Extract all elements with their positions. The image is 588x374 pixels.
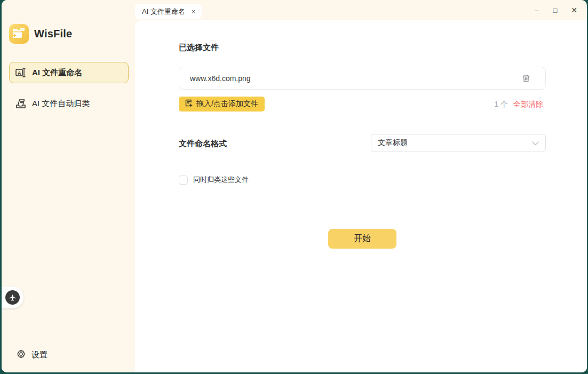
sidebar-item-label: AI 文件自动归类 xyxy=(32,99,90,109)
selected-files-label: 已选择文件 xyxy=(179,43,219,53)
file-plus-icon xyxy=(185,99,193,109)
tab-label: AI 文件重命名 xyxy=(142,7,185,17)
app-window: AI 文件重命名 × – □ ✕ WisFile xyxy=(2,0,587,372)
sidebar-item-ai-rename[interactable]: A AI 文件重命名 xyxy=(9,62,129,83)
tab-close-icon[interactable]: × xyxy=(192,9,195,15)
clear-all-button[interactable]: 全部清除 xyxy=(513,100,543,109)
classify-checkbox-label: 同时归类这些文件 xyxy=(193,175,249,185)
settings-button[interactable]: 设置 xyxy=(16,349,47,361)
window-controls: – □ ✕ xyxy=(535,0,577,20)
rename-icon: A xyxy=(15,67,27,78)
airplane-icon[interactable] xyxy=(5,290,20,305)
sidebar-item-label: AI 文件重命名 xyxy=(32,68,82,78)
naming-format-label: 文件命名格式 xyxy=(179,139,227,149)
maximize-button[interactable]: □ xyxy=(553,6,557,14)
wisfile-logo-icon xyxy=(9,24,29,44)
close-button[interactable]: ✕ xyxy=(571,6,577,14)
app-title: WisFile xyxy=(34,28,72,40)
add-files-label: 拖入/点击添加文件 xyxy=(196,99,258,109)
svg-text:A: A xyxy=(18,70,21,76)
file-count-row: 1 个 全部清除 xyxy=(494,100,543,109)
add-files-button[interactable]: 拖入/点击添加文件 xyxy=(179,97,265,112)
file-list-item: www.x6d.com.png xyxy=(179,67,546,90)
sidebar-nav: A AI 文件重命名 AI 文件自动归类 xyxy=(9,62,129,124)
naming-format-value: 文章标题 xyxy=(378,138,532,148)
gear-icon xyxy=(16,349,26,361)
tab-ai-rename[interactable]: AI 文件重命名 × xyxy=(134,4,202,19)
file-count: 1 个 xyxy=(494,100,508,109)
delete-file-button[interactable] xyxy=(522,74,530,83)
file-name: www.x6d.com.png xyxy=(190,74,522,83)
chevron-down-icon xyxy=(532,138,539,148)
quick-launch-pill[interactable] xyxy=(2,287,23,308)
auto-classify-icon xyxy=(15,98,27,109)
sidebar: WisFile A AI 文件重命名 xyxy=(2,0,135,372)
naming-format-select[interactable]: 文章标题 xyxy=(371,134,546,152)
minimize-button[interactable]: – xyxy=(535,6,539,14)
start-button[interactable]: 开始 xyxy=(328,229,396,249)
main-panel: 已选择文件 www.x6d.com.png 拖入/点击添加文 xyxy=(135,20,587,372)
classify-also-option[interactable]: 同时归类这些文件 xyxy=(179,175,249,185)
desktop-background: { "window": { "minimize_glyph": "–", "ma… xyxy=(0,0,588,374)
app-brand: WisFile xyxy=(9,24,72,44)
sidebar-item-ai-classify[interactable]: AI 文件自动归类 xyxy=(9,93,129,114)
settings-label: 设置 xyxy=(31,350,47,360)
classify-checkbox[interactable] xyxy=(179,176,188,185)
